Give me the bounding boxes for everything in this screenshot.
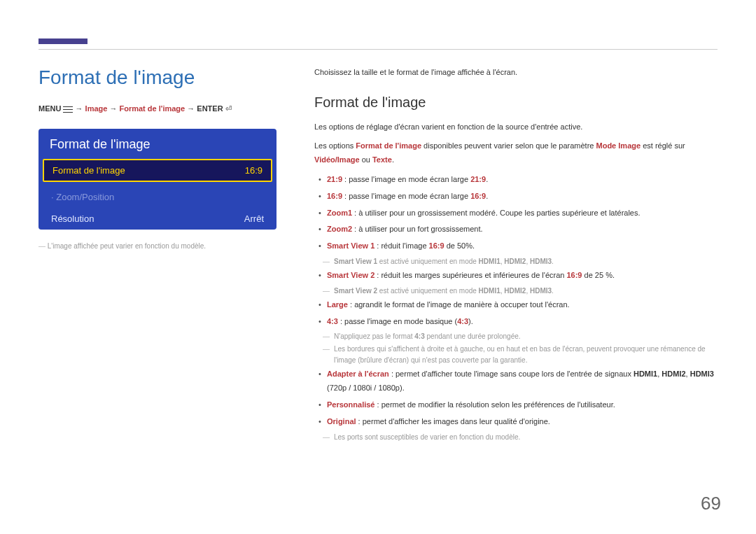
breadcrumb-format: Format de l'image bbox=[120, 104, 186, 113]
section-subheading: Format de l'image bbox=[314, 94, 718, 111]
page-number: 69 bbox=[701, 493, 721, 514]
breadcrumb-enter: ENTER bbox=[197, 104, 223, 113]
osd-item-format[interactable]: Format de l'image 16:9 bbox=[43, 159, 272, 182]
intro-text: Choisissez la taille et le format de l'i… bbox=[314, 66, 718, 79]
subnote-sv2: Smart View 2 est activé uniquement en mo… bbox=[314, 286, 718, 297]
left-footnote: L'image affichée peut varier en fonction… bbox=[38, 242, 276, 250]
subnote-43-1: N'appliquez pas le format 4:3 pendant un… bbox=[314, 331, 718, 342]
menu-icon bbox=[63, 106, 73, 113]
page-content: Format de l'image MENU → Image → Format … bbox=[38, 66, 718, 506]
list-item: 4:3 : passe l'image en mode basique (4:3… bbox=[314, 315, 718, 329]
list-item: 16:9 : passe l'image en mode écran large… bbox=[314, 190, 718, 204]
osd-menu-panel: Format de l'image Format de l'image 16:9… bbox=[38, 129, 276, 230]
breadcrumb-arrow: → bbox=[109, 104, 119, 113]
list-item: Smart View 1 : réduit l'image 16:9 de 50… bbox=[314, 239, 718, 253]
osd-item-label: Résolution bbox=[51, 213, 94, 224]
list-item: 21:9 : passe l'image en mode écran large… bbox=[314, 173, 718, 187]
osd-item-resolution[interactable]: Résolution Arrêt bbox=[38, 208, 276, 230]
right-column: Choisissez la taille et le format de l'i… bbox=[314, 66, 718, 506]
options-list-3: Large : agrandit le format de l'image de… bbox=[314, 298, 718, 329]
list-item: Smart View 2 : réduit les marges supérie… bbox=[314, 269, 718, 283]
osd-item-value: Arrêt bbox=[244, 213, 264, 224]
osd-item-zoom[interactable]: · Zoom/Position bbox=[38, 186, 276, 208]
subnote-43-2: Les bordures qui s'affichent à droite et… bbox=[314, 344, 718, 366]
enter-icon: ⏎ bbox=[225, 104, 232, 113]
subnote-sv1: Smart View 1 est activé uniquement en mo… bbox=[314, 256, 718, 267]
list-item: Zoom2 : à utiliser pour un fort grossiss… bbox=[314, 223, 718, 237]
list-item: Large : agrandit le format de l'image de… bbox=[314, 298, 718, 312]
breadcrumb-menu: MENU bbox=[38, 104, 61, 113]
section-accent-bar bbox=[38, 38, 88, 44]
list-item: Personnalisé : permet de modifier la rés… bbox=[314, 398, 718, 412]
header-divider bbox=[38, 49, 718, 50]
breadcrumb-image: Image bbox=[85, 104, 108, 113]
left-column: Format de l'image MENU → Image → Format … bbox=[38, 66, 276, 506]
breadcrumb: MENU → Image → Format de l'image → ENTER… bbox=[38, 104, 276, 113]
list-item: Adapter à l'écran : permet d'afficher to… bbox=[314, 367, 718, 395]
para-1: Les options de réglage d'écran varient e… bbox=[314, 120, 718, 134]
options-list-2: Smart View 2 : réduit les marges supérie… bbox=[314, 269, 718, 283]
breadcrumb-arrow: → bbox=[76, 104, 85, 113]
options-list-4: Adapter à l'écran : permet d'afficher to… bbox=[314, 367, 718, 428]
osd-item-value: 16:9 bbox=[245, 165, 262, 176]
options-list: 21:9 : passe l'image en mode écran large… bbox=[314, 173, 718, 253]
list-item: Zoom1 : à utiliser pour un grossissement… bbox=[314, 206, 718, 220]
breadcrumb-arrow: → bbox=[187, 104, 197, 113]
osd-panel-title: Format de l'image bbox=[38, 129, 276, 159]
osd-item-label: Format de l'image bbox=[52, 165, 125, 176]
list-item: Original : permet d'afficher les images … bbox=[314, 415, 718, 429]
page-title: Format de l'image bbox=[38, 66, 276, 89]
subnote-ports: Les ports sont susceptibles de varier en… bbox=[314, 432, 718, 443]
para-2: Les options Format de l'image disponible… bbox=[314, 139, 718, 167]
osd-item-label: · Zoom/Position bbox=[51, 192, 114, 202]
